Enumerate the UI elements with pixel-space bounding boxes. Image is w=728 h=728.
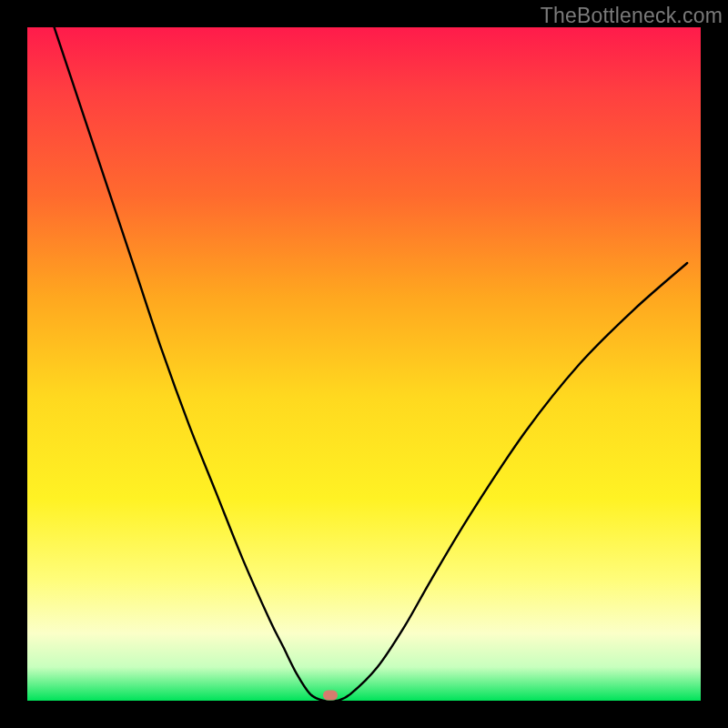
min-marker-icon — [323, 691, 338, 701]
bottleneck-curve — [27, 27, 701, 701]
chart-plot-area — [27, 27, 701, 701]
watermark-text: TheBottleneck.com — [541, 4, 723, 28]
chart-frame: TheBottleneck.com — [0, 0, 728, 728]
